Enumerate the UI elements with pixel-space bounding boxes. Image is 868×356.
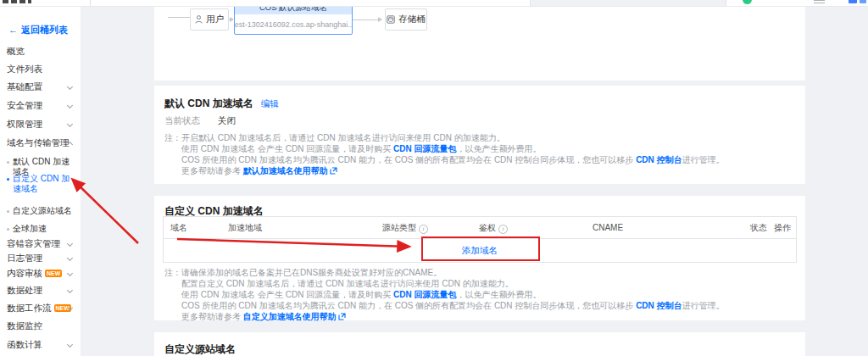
note-line: 更多帮助请参考 默认加速域名使用帮助 bbox=[181, 165, 725, 177]
note-line: 配置自定义 CDN 加速域名后，请通过 CDN 加速域名进行访问来使用 CDN … bbox=[181, 278, 725, 289]
diagram-node-domain: test-1302416092.cos.ap-shanghai... bbox=[235, 14, 352, 34]
annotation-arrow-to-sidebar-item bbox=[73, 180, 138, 243]
cdn-console-link[interactable]: CDN 控制台 bbox=[636, 155, 682, 164]
chevron-down-icon bbox=[67, 255, 73, 261]
external-link-icon[interactable] bbox=[330, 166, 337, 177]
cos-console-page: ←返回桶列表 概览 文件列表 基础配置 安全管理 权限管理 域名与传输管理 默认… bbox=[0, 0, 868, 356]
note-line: 使用 CDN 加速域名 会产生 CDN 回源流量，请及时购买 CDN 回源流量包… bbox=[181, 289, 725, 300]
sidebar-item-overview[interactable]: 概览 bbox=[0, 43, 81, 58]
bucket-icon bbox=[387, 15, 395, 24]
custom-cdn-domain-table: 域名 加速地域 源站类型i 鉴权i CNAME 状态 操作 添加域名 bbox=[163, 216, 797, 263]
column-origin-type: 源站类型i bbox=[382, 217, 428, 238]
sidebar-item-basic-config[interactable]: 基础配置 bbox=[0, 79, 81, 94]
info-icon[interactable]: i bbox=[498, 225, 508, 234]
chevron-down-icon bbox=[67, 103, 73, 108]
chevron-down-icon bbox=[67, 121, 73, 127]
custom-cdn-domain-card: 自定义 CDN 加速域名 域名 加速地域 源站类型i 鉴权i CNAME 状态 … bbox=[154, 196, 805, 320]
info-icon[interactable]: i bbox=[419, 225, 428, 234]
chevron-down-icon bbox=[67, 342, 73, 348]
diagram-bucket-label: 存储桶 bbox=[398, 14, 426, 25]
sidebar-subitem-custom-cdn-domain[interactable]: 自定义 CDN 加速域名 bbox=[0, 174, 81, 194]
external-link-icon[interactable] bbox=[338, 312, 346, 323]
menu-icon[interactable] bbox=[814, 0, 825, 3]
sidebar-item-domain-transfer[interactable]: 域名与传输管理 bbox=[0, 135, 81, 150]
column-auth: 鉴权i bbox=[479, 217, 508, 238]
sidebar-item-file-list[interactable]: 文件列表 bbox=[0, 61, 81, 76]
note-line: 请确保添加的域名已备案并已在DNS服务商处设置好对应的CNAME。 bbox=[181, 267, 725, 278]
note-line: 更多帮助请参考 自定义加速域名使用帮助 bbox=[181, 311, 725, 323]
new-badge: NEW bbox=[45, 270, 62, 277]
diagram-bucket-node: 存储桶 bbox=[385, 8, 427, 31]
column-domain: 域名 bbox=[170, 217, 187, 238]
topbar-icon-1[interactable] bbox=[849, 0, 857, 3]
diagram-arrow bbox=[353, 19, 381, 20]
diagram-user-label: 用户 bbox=[206, 14, 224, 25]
chevron-down-icon bbox=[67, 84, 73, 90]
sidebar-item-content-moderation[interactable]: 内容审核NEW bbox=[0, 265, 81, 281]
sidebar-item-security[interactable]: 安全管理 bbox=[0, 97, 81, 113]
sidebar-item-data-processing[interactable]: 数据处理 bbox=[0, 282, 81, 298]
custom-cdn-help-link[interactable]: 自定义加速域名使用帮助 bbox=[243, 312, 337, 321]
note-line: 开启默认 CDN 加速域名后，请通过 CDN 加速域名进行访问来使用 CDN 的… bbox=[181, 132, 725, 143]
topbar-divider bbox=[90, 0, 91, 7]
note-line: COS 所使用的 CDN 加速域名均为腾讯云 CDN 能力，在 COS 侧的所有… bbox=[181, 300, 725, 311]
default-cdn-title: 默认 CDN 加速域名 bbox=[164, 97, 253, 111]
custom-origin-title: 自定义源站域名 bbox=[164, 342, 236, 356]
topbar-icon-2[interactable] bbox=[860, 0, 866, 3]
cdn-traffic-pack-link[interactable]: CDN 回源流量包 bbox=[393, 144, 456, 153]
column-region: 加速地域 bbox=[228, 217, 262, 238]
default-origin-domain-card: 用户 COS 默认源站域名 test-1302416092.cos.ap-sha… bbox=[154, 6, 805, 81]
chevron-down-icon bbox=[67, 270, 73, 276]
column-operation: 操作 bbox=[774, 217, 791, 238]
current-status-value: 关闭 bbox=[218, 115, 236, 125]
diagram-incoming-line bbox=[168, 17, 190, 18]
note-line: COS 所使用的 CDN 加速域名均为腾讯云 CDN 能力，在 COS 侧的所有… bbox=[181, 154, 725, 165]
console-topbar-clipped bbox=[0, 0, 868, 7]
default-cdn-domain-card: 默认 CDN 加速域名 编辑 当前状态 关闭 注： 开启默认 CDN 加速域名后… bbox=[154, 86, 805, 184]
add-domain-button[interactable]: 添加域名 bbox=[462, 245, 498, 257]
back-to-bucket-list[interactable]: ←返回桶列表 bbox=[8, 23, 68, 36]
cdn-traffic-pack-link[interactable]: CDN 回源流量包 bbox=[393, 290, 456, 299]
user-icon bbox=[195, 15, 203, 24]
sidebar-item-disaster-recovery[interactable]: 容错容灾管理 bbox=[0, 236, 81, 251]
chevron-down-icon bbox=[67, 287, 73, 293]
custom-cdn-note: 注： 请确保添加的域名已备案并已在DNS服务商处设置好对应的CNAME。 配置自… bbox=[164, 267, 725, 323]
default-cdn-help-link[interactable]: 默认加速域名使用帮助 bbox=[243, 166, 328, 175]
sidebar-subitem-custom-origin-domain[interactable]: 自定义源站域名 bbox=[0, 206, 81, 216]
cdn-console-link[interactable]: CDN 控制台 bbox=[636, 301, 682, 310]
default-cdn-note: 注： 开启默认 CDN 加速域名后，请通过 CDN 加速域名进行访问来使用 CD… bbox=[164, 132, 725, 177]
edit-button[interactable]: 编辑 bbox=[261, 98, 279, 110]
status-dot-icon bbox=[743, 0, 752, 4]
diagram-node-title: COS 默认源站域名 bbox=[235, 6, 352, 14]
column-status: 状态 bbox=[750, 217, 767, 238]
column-cname: CNAME bbox=[593, 217, 623, 238]
sidebar-subitem-global-acceleration[interactable]: 全球加速 bbox=[0, 224, 81, 234]
custom-origin-domain-card: 自定义源站域名 bbox=[154, 332, 805, 356]
chevron-down-icon bbox=[67, 241, 73, 247]
sidebar-item-permission[interactable]: 权限管理 bbox=[0, 116, 81, 131]
back-arrow-icon: ← bbox=[8, 25, 18, 35]
table-header-row: 域名 加速地域 源站类型i 鉴权i CNAME 状态 操作 bbox=[164, 217, 796, 239]
sidebar-item-function-compute[interactable]: 函数计算 bbox=[0, 337, 81, 352]
sidebar-item-log-management[interactable]: 日志管理 bbox=[0, 250, 81, 265]
current-status-label: 当前状态 bbox=[164, 115, 200, 125]
search-input[interactable] bbox=[530, 0, 726, 7]
sidebar-item-data-monitoring[interactable]: 数据监控 bbox=[0, 318, 81, 333]
diagram-arrow bbox=[229, 19, 233, 20]
table-empty-row: 添加域名 bbox=[164, 239, 796, 262]
diagram-cos-domain-node: COS 默认源站域名 test-1302416092.cos.ap-shangh… bbox=[234, 6, 353, 35]
note-line: 使用 CDN 加速域名 会产生 CDN 回源流量，请及时购买 CDN 回源流量包… bbox=[181, 143, 725, 154]
diagram-user-node: 用户 bbox=[190, 8, 229, 31]
topbar-text-fragment bbox=[3, 0, 31, 3]
bucket-sidebar: ←返回桶列表 概览 文件列表 基础配置 安全管理 权限管理 域名与传输管理 默认… bbox=[0, 6, 81, 356]
sidebar-item-data-workflow[interactable]: 数据工作流NEW bbox=[0, 300, 81, 315]
